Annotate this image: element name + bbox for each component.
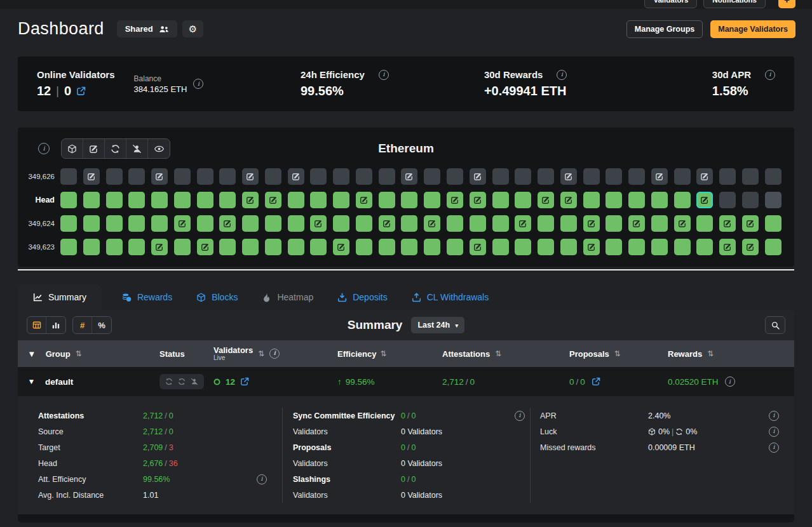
info-icon[interactable] <box>38 143 50 154</box>
sync-filter-button[interactable] <box>105 139 126 158</box>
slot-cell[interactable] <box>651 215 668 232</box>
slot-cell[interactable] <box>742 239 759 255</box>
slot-cell[interactable] <box>424 168 440 185</box>
slot-cell[interactable] <box>356 239 372 255</box>
slot-cell[interactable] <box>174 192 191 208</box>
slot-cell[interactable] <box>242 215 259 232</box>
slot-cell[interactable] <box>538 215 554 232</box>
slot-cell[interactable] <box>424 239 440 255</box>
slot-cell[interactable] <box>538 239 554 255</box>
slot-cell[interactable] <box>60 215 77 232</box>
slot-cell[interactable] <box>242 192 259 208</box>
slot-cell[interactable] <box>560 215 577 232</box>
info-icon[interactable] <box>769 411 779 421</box>
slot-cell[interactable] <box>696 168 713 185</box>
slot-cell[interactable] <box>288 168 304 185</box>
collapse-all-caret-icon[interactable]: ▼ <box>29 350 34 357</box>
slot-cell[interactable] <box>538 168 554 185</box>
group-row[interactable]: ▼ default 12 ↑ 99.56% 2,712 / 0 0 / <box>18 367 794 396</box>
chart-view-button[interactable] <box>46 317 65 333</box>
slot-cell[interactable] <box>265 168 281 185</box>
slot-cell[interactable] <box>197 192 213 208</box>
slot-cell[interactable] <box>356 168 372 185</box>
external-link-icon[interactable] <box>76 86 86 96</box>
slot-cell[interactable] <box>310 192 327 208</box>
slot-cell[interactable] <box>470 192 486 208</box>
slot-cell[interactable] <box>83 192 100 208</box>
slot-cell[interactable] <box>401 239 417 255</box>
slot-cell[interactable] <box>83 239 100 255</box>
slot-cell[interactable] <box>379 192 395 208</box>
slot-cell[interactable] <box>765 215 782 232</box>
slot-cell[interactable] <box>674 215 691 232</box>
validators-button[interactable]: Validators <box>644 0 697 8</box>
slot-cell[interactable] <box>310 215 327 232</box>
slot-cell[interactable] <box>333 192 349 208</box>
slot-cell[interactable] <box>515 168 531 185</box>
slot-cell[interactable] <box>310 168 327 185</box>
info-icon[interactable] <box>269 349 280 359</box>
slot-cell[interactable] <box>128 215 145 232</box>
slot-cell[interactable] <box>447 239 463 255</box>
slot-cell[interactable] <box>197 168 213 185</box>
slot-cell[interactable] <box>628 192 645 208</box>
info-icon[interactable] <box>769 427 779 437</box>
slot-cell[interactable] <box>583 239 600 255</box>
slot-cell[interactable] <box>288 239 304 255</box>
slot-cell[interactable] <box>128 192 145 208</box>
slot-cell[interactable] <box>560 192 577 208</box>
slot-cell[interactable] <box>470 215 486 232</box>
slot-cell[interactable] <box>470 168 486 185</box>
slot-cell[interactable] <box>265 192 281 208</box>
slot-cell[interactable] <box>492 192 509 208</box>
slot-cell[interactable] <box>424 215 440 232</box>
slot-cell[interactable] <box>356 192 372 208</box>
slot-cell[interactable] <box>719 168 736 185</box>
slot-cell[interactable] <box>515 215 531 232</box>
info-icon[interactable] <box>557 70 567 80</box>
slot-cell[interactable] <box>83 168 100 185</box>
add-button[interactable]: + <box>778 0 795 8</box>
slot-cell[interactable] <box>696 239 713 255</box>
slot-cell[interactable] <box>106 168 123 185</box>
info-icon[interactable] <box>765 70 775 80</box>
info-icon[interactable] <box>515 411 525 421</box>
manage-validators-button[interactable]: Manage Validators <box>710 20 795 38</box>
slot-cell[interactable] <box>696 215 713 232</box>
slot-cell[interactable] <box>333 168 349 185</box>
slot-cell[interactable] <box>628 168 645 185</box>
slot-cell[interactable] <box>765 239 782 255</box>
slot-cell[interactable] <box>742 192 759 208</box>
slot-cell[interactable] <box>651 239 668 255</box>
slot-cell[interactable] <box>515 239 531 255</box>
slot-cell[interactable] <box>356 215 372 232</box>
user-slash-filter-button[interactable] <box>126 139 148 158</box>
slot-cell[interactable] <box>174 215 191 232</box>
slot-cell[interactable] <box>719 239 736 255</box>
external-link-icon[interactable] <box>592 377 600 386</box>
eye-filter-button[interactable] <box>148 139 170 158</box>
slot-cell[interactable] <box>151 168 168 185</box>
row-caret-icon[interactable]: ▼ <box>29 378 34 385</box>
slot-cell[interactable] <box>447 192 463 208</box>
slot-cell[interactable] <box>651 168 668 185</box>
slot-cell[interactable] <box>742 215 759 232</box>
slot-cell[interactable] <box>583 192 600 208</box>
slot-cell[interactable] <box>583 168 600 185</box>
info-icon[interactable] <box>769 443 779 453</box>
slot-cell[interactable] <box>401 168 417 185</box>
slot-cell[interactable] <box>288 192 304 208</box>
slot-cell[interactable] <box>606 192 622 208</box>
slot-cell[interactable] <box>197 239 213 255</box>
tab-summary[interactable]: Summary <box>18 284 102 310</box>
info-icon[interactable] <box>379 70 389 80</box>
sort-icon[interactable]: ⇅ <box>614 349 621 358</box>
slot-cell[interactable] <box>538 192 554 208</box>
tab-deposits[interactable]: Deposits <box>334 284 391 310</box>
slot-cell[interactable] <box>128 239 145 255</box>
slot-cell[interactable] <box>492 239 509 255</box>
slot-cell[interactable] <box>219 192 236 208</box>
tab-blocks[interactable]: Blocks <box>193 284 241 310</box>
slot-cell[interactable] <box>674 192 691 208</box>
slot-cell[interactable] <box>379 168 395 185</box>
